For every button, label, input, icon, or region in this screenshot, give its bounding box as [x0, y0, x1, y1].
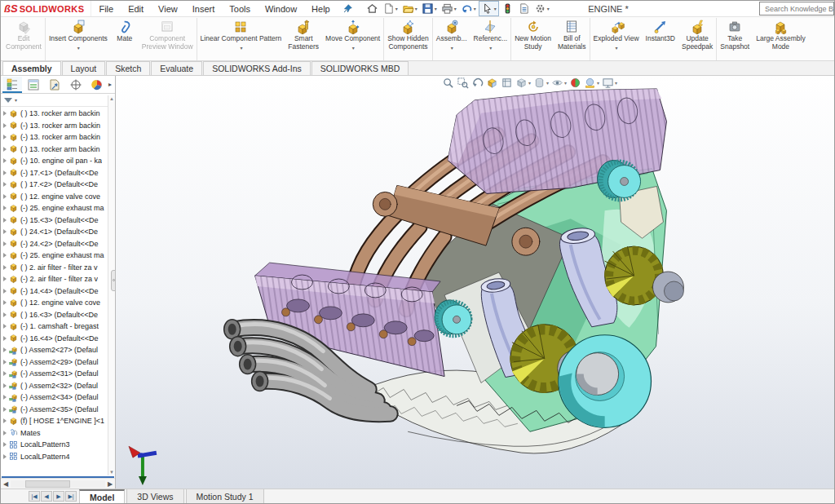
tree-item[interactable]: (-) Assem2<34> (Defaul	[1, 391, 115, 404]
expand-arrow-icon[interactable]	[3, 383, 7, 388]
tree-item[interactable]: (-) Assem2<31> (Defaul	[1, 368, 115, 380]
expand-arrow-icon[interactable]	[3, 300, 7, 305]
expand-arrow-icon[interactable]	[3, 431, 7, 435]
expand-arrow-icon[interactable]	[3, 312, 7, 317]
expand-arrow-icon[interactable]	[3, 442, 7, 447]
tree-item[interactable]: (-) 16.<4> (Default<<De	[1, 333, 115, 345]
bevel-gear-upper[interactable]	[605, 246, 684, 305]
tree-item[interactable]: (-) 2. air filter - filter za v	[1, 273, 115, 285]
tree-item[interactable]: (-) 25. engine exhaust ma	[1, 202, 115, 214]
manager-tab[interactable]	[45, 77, 64, 93]
tree-item[interactable]: ( ) 13. rocker arm backin	[1, 108, 115, 120]
expand-arrow-icon[interactable]	[3, 182, 7, 187]
ribbon-button[interactable]: Take Snapshot	[716, 18, 753, 60]
dropdown-caret-icon[interactable]: ▾	[415, 6, 418, 11]
menu-item[interactable]: Window	[258, 1, 304, 16]
expand-arrow-icon[interactable]	[3, 253, 7, 258]
ribbon-button[interactable]: Insert Components ▾	[45, 18, 111, 60]
command-tab[interactable]: Assembly	[2, 61, 61, 75]
dropdown-caret-icon[interactable]: ▾	[494, 6, 497, 11]
quick-toolbar-button[interactable]: ▾	[381, 2, 400, 15]
filter-icon[interactable]	[4, 98, 12, 103]
last-tab-button[interactable]: ▶|	[65, 491, 77, 502]
menu-item[interactable]: View	[151, 1, 185, 16]
quick-toolbar-button[interactable]: ▾	[532, 2, 551, 15]
manager-tab[interactable]	[66, 77, 86, 93]
dropdown-caret-icon[interactable]: ▾	[451, 45, 453, 51]
expand-arrow-icon[interactable]	[3, 371, 7, 376]
scroll-left-icon[interactable]: ◀	[1, 480, 11, 488]
expand-arrow-icon[interactable]	[3, 123, 7, 128]
tree-item[interactable]: (-) 25. engine exhaust ma	[1, 250, 115, 262]
manager-tab[interactable]	[2, 77, 22, 93]
quick-toolbar-button[interactable]: ▾	[440, 2, 458, 15]
quick-toolbar-button[interactable]	[500, 2, 515, 15]
first-tab-button[interactable]: |◀	[29, 491, 40, 502]
tree-horizontal-scrollbar[interactable]: ◀ ▶	[1, 478, 115, 489]
tree-item[interactable]: (-) Assem2<29> (Defaul	[1, 356, 115, 369]
expand-arrow-icon[interactable]	[3, 324, 7, 329]
expand-arrow-icon[interactable]	[3, 229, 7, 234]
tree-item[interactable]: (-) 1. camshaft - bregast	[1, 321, 115, 333]
tree-item[interactable]: ( ) 13. rocker arm backin	[1, 144, 115, 156]
quick-toolbar-button[interactable]: ▾	[420, 2, 439, 15]
menu-item[interactable]: Insert	[185, 1, 223, 16]
ribbon-button[interactable]: Instant3D	[643, 18, 678, 60]
command-tab[interactable]: Evaluate	[151, 61, 202, 75]
manager-tab[interactable]	[87, 77, 107, 93]
ribbon-button[interactable]: Smart Fasteners	[285, 18, 322, 60]
tree-item[interactable]: ( ) Assem2<27> (Defaul	[1, 344, 115, 356]
model-tab[interactable]: Motion Study 1	[186, 489, 264, 503]
tree-item[interactable]: (f) [ HOSE 1^ENGINE ]<1	[1, 415, 115, 427]
dropdown-caret-icon[interactable]: ▾	[240, 45, 242, 51]
expand-arrow-icon[interactable]	[3, 194, 7, 199]
dropdown-caret-icon[interactable]: ▾	[77, 45, 80, 51]
tree-item[interactable]: ( ) 2. air filter - filter za v	[1, 262, 115, 274]
expand-arrow-icon[interactable]	[3, 418, 7, 423]
command-tab[interactable]: Sketch	[106, 61, 150, 75]
expand-arrow-icon[interactable]	[3, 218, 7, 223]
expand-arrow-icon[interactable]	[3, 158, 7, 163]
tree-item[interactable]: ( ) 12. engine valve cove	[1, 297, 115, 309]
filter-caret-icon[interactable]: ▾	[15, 97, 17, 103]
quick-toolbar-button[interactable]: ▾	[459, 2, 478, 15]
expand-arrow-icon[interactable]	[3, 111, 7, 116]
ribbon-button[interactable]: Referenc... ▾	[471, 18, 511, 60]
expand-arrow-icon[interactable]	[3, 407, 7, 412]
manager-tabs-overflow[interactable]: ▸	[108, 81, 113, 88]
command-tab[interactable]: Layout	[62, 61, 106, 75]
expand-arrow-icon[interactable]	[3, 395, 7, 400]
tree-item[interactable]: ( ) 12. engine valve cove	[1, 191, 115, 203]
ribbon-button[interactable]: Component Preview Window	[139, 18, 197, 60]
tree-item[interactable]: Mates	[1, 427, 115, 440]
model-tab[interactable]: Model	[79, 489, 125, 503]
expand-arrow-icon[interactable]	[3, 147, 7, 152]
ribbon-button[interactable]: New Motion Study	[510, 18, 554, 60]
model-tab[interactable]: 3D Views	[126, 489, 183, 503]
ribbon-button[interactable]: Edit Component	[2, 18, 45, 60]
ribbon-button[interactable]: Bill of Materials	[554, 18, 589, 60]
ribbon-button[interactable]: Assemb... ▾	[432, 18, 471, 60]
expand-arrow-icon[interactable]	[3, 135, 7, 139]
tree-item[interactable]: ( ) 17.<2> (Default<<De	[1, 179, 115, 191]
expand-arrow-icon[interactable]	[3, 347, 7, 352]
ribbon-button[interactable]: Large Assembly Mode	[753, 18, 808, 60]
next-tab-button[interactable]: ▶	[53, 491, 64, 502]
tree-item[interactable]: ( ) 16.<3> (Default<<De	[1, 309, 115, 321]
pin-menubar-icon[interactable]	[342, 3, 353, 14]
graphics-area[interactable]: ▾ ▾ ▾	[116, 76, 834, 489]
quick-toolbar-button[interactable]	[516, 2, 532, 15]
manager-tab[interactable]	[24, 77, 43, 93]
tree-item[interactable]: ( ) 24.<1> (Default<<De	[1, 226, 115, 238]
dropdown-caret-icon[interactable]: ▾	[489, 45, 492, 51]
tree-item[interactable]: (-) 10. engine oil pan - ka	[1, 155, 115, 167]
tree-item[interactable]: (-) 13. rocker arm backin	[1, 120, 115, 132]
expand-arrow-icon[interactable]	[3, 265, 7, 270]
command-tab[interactable]: SOLIDWORKS MBD	[311, 61, 409, 75]
scroll-down-icon[interactable]: ▼	[109, 470, 114, 475]
quick-toolbar-button[interactable]: ▾	[479, 1, 499, 16]
expand-arrow-icon[interactable]	[3, 206, 7, 210]
dropdown-caret-icon[interactable]: ▾	[435, 6, 437, 11]
quick-toolbar-button[interactable]: ▾	[400, 2, 419, 15]
dropdown-caret-icon[interactable]: ▾	[352, 45, 355, 51]
